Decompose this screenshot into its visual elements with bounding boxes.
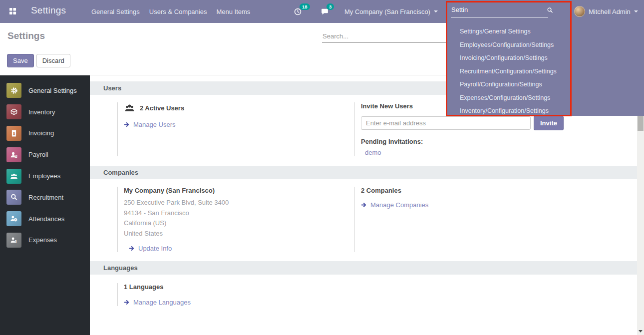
user-menu[interactable]: Mitchell Admin xyxy=(574,0,638,23)
navbar-search-input[interactable] xyxy=(451,4,548,17)
gear-icon xyxy=(6,83,21,98)
suggestion-employees-config[interactable]: Employees/Configuration/Settings xyxy=(447,38,644,52)
languages-count: 1 Languages xyxy=(124,283,354,291)
invite-email-input[interactable] xyxy=(361,116,531,130)
svg-text:$: $ xyxy=(15,240,17,244)
address-line: 94134 - San Francisco xyxy=(124,208,354,219)
suggestion-settings-general[interactable]: Settings/General Settings xyxy=(447,25,644,38)
sidebar-item-expenses[interactable]: $ Expenses xyxy=(0,230,90,251)
manage-companies-link[interactable]: Manage Companies xyxy=(361,201,579,209)
sidebar-item-recruitment[interactable]: Recruitment xyxy=(0,187,90,208)
suggestion-invoicing-config[interactable]: Invoicing/Configuration/Settings xyxy=(447,51,644,65)
apps-grid-icon[interactable] xyxy=(9,7,16,16)
scrollbar-down-arrow-icon[interactable] xyxy=(639,330,643,333)
active-users-box: 2 Active Users Manage Users xyxy=(117,102,354,156)
companies-count: 2 Companies xyxy=(361,187,579,194)
companies-section-row: My Company (San Francisco) 250 Executive… xyxy=(117,187,637,252)
pending-invitations-label: Pending Invitations: xyxy=(361,138,579,145)
arrow-right-icon xyxy=(361,202,367,208)
company-info-box: My Company (San Francisco) 250 Executive… xyxy=(117,187,354,252)
company-selector-label: My Company (San Francisco) xyxy=(344,8,430,15)
page-title: Settings xyxy=(7,30,45,41)
user-name: Mitchell Admin xyxy=(589,8,631,15)
menu-menu-items[interactable]: Menu Items xyxy=(216,8,250,15)
navbar-search xyxy=(451,4,556,17)
content-search xyxy=(322,30,447,43)
svg-text:$: $ xyxy=(15,155,17,158)
menu-general-settings[interactable]: General Settings xyxy=(91,8,140,15)
vertical-scrollbar[interactable] xyxy=(637,116,644,335)
menu-users-companies[interactable]: Users & Companies xyxy=(149,8,207,15)
activities-button[interactable]: 18 xyxy=(294,0,302,23)
control-panel-buttons: Save Discard xyxy=(7,54,70,67)
chevron-down-icon xyxy=(634,10,638,12)
section-header-companies: Companies xyxy=(90,166,637,179)
address-line: 250 Executive Park Blvd, Suite 3400 xyxy=(124,198,354,208)
company-name: My Company (San Francisco) xyxy=(124,187,354,194)
scrollbar-thumb[interactable] xyxy=(638,116,644,131)
active-users-count: 2 Active Users xyxy=(140,104,184,112)
messages-count-badge: 3 xyxy=(326,3,334,10)
arrow-right-icon xyxy=(129,245,135,252)
suggestion-payroll-config[interactable]: Payroll/Configuration/Settings xyxy=(447,78,644,91)
pending-invitation-user[interactable]: demo xyxy=(361,149,579,156)
sidebar-item-attendances[interactable]: Attendances xyxy=(0,208,90,230)
employees-icon xyxy=(6,169,21,184)
settings-sidebar: General Settings Inventory $ Invoicing $… xyxy=(0,75,90,335)
languages-box: 1 Languages Manage Languages xyxy=(117,283,354,306)
manage-users-link[interactable]: Manage Users xyxy=(124,121,354,128)
sidebar-item-general-settings[interactable]: General Settings xyxy=(0,80,90,101)
search-suggestions-dropdown: Settings/General Settings Employees/Conf… xyxy=(447,23,644,116)
messages-button[interactable]: 3 xyxy=(321,0,329,23)
payroll-icon: $ xyxy=(6,147,21,162)
magnifier-icon xyxy=(6,190,21,205)
languages-section-row: 1 Languages Manage Languages xyxy=(117,283,637,306)
discard-button[interactable]: Discard xyxy=(36,54,70,67)
box-icon xyxy=(6,104,21,119)
chevron-down-icon xyxy=(434,10,438,12)
suggestion-expenses-config[interactable]: Expenses/Configuration/Settings xyxy=(447,91,644,105)
companies-count-box: 2 Companies Manage Companies xyxy=(354,187,579,252)
arrow-right-icon xyxy=(124,299,130,306)
address-line: California (US) xyxy=(124,218,354,229)
suggestion-inventory-config[interactable]: Inventory/Configuration/Settings xyxy=(447,104,644,118)
sidebar-item-payroll[interactable]: $ Payroll xyxy=(0,144,90,165)
attendance-icon xyxy=(6,211,21,226)
search-icon[interactable] xyxy=(546,6,554,15)
sidebar-item-inventory[interactable]: Inventory xyxy=(0,101,90,123)
company-selector[interactable]: My Company (San Francisco) xyxy=(344,0,438,23)
current-app-title[interactable]: Settings xyxy=(31,5,66,16)
app-menu: General Settings Users & Companies Menu … xyxy=(91,0,250,23)
content-search-input[interactable] xyxy=(322,30,447,43)
company-address: 250 Executive Park Blvd, Suite 3400 9413… xyxy=(124,198,354,239)
avatar xyxy=(574,6,585,17)
manage-languages-link[interactable]: Manage Languages xyxy=(124,299,354,306)
users-group-icon xyxy=(124,102,135,114)
sidebar-item-invoicing[interactable]: $ Invoicing xyxy=(0,123,90,144)
activities-count-badge: 18 xyxy=(300,3,310,10)
save-button[interactable]: Save xyxy=(7,54,34,67)
svg-text:$: $ xyxy=(13,131,15,136)
arrow-right-icon xyxy=(124,121,130,128)
suggestion-recruitment-config[interactable]: Recruitment/Configuration/Settings xyxy=(447,65,644,78)
sidebar-item-employees[interactable]: Employees xyxy=(0,165,90,187)
update-info-link[interactable]: Update Info xyxy=(129,245,354,252)
expense-icon: $ xyxy=(6,233,21,248)
top-navbar: Settings General Settings Users & Compan… xyxy=(0,0,644,23)
invite-button[interactable]: Invite xyxy=(534,116,564,130)
invoice-icon: $ xyxy=(6,126,21,141)
section-header-languages: Languages xyxy=(90,261,637,275)
address-line: United States xyxy=(124,229,354,239)
